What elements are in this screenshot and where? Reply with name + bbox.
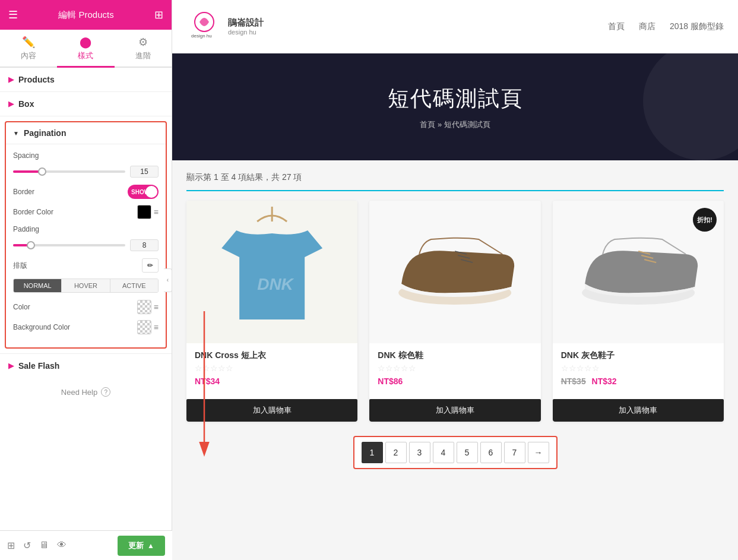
product-original-price-3: NT$35 [561,377,586,386]
product-name-1: DNK Cross 短上衣 [195,350,349,361]
state-hover[interactable]: HOVER [62,279,110,292]
product-card-3: 折扣! DNK 灰色鞋子 ☆☆☆☆☆ NT$35 NT$32 加入購物車 [553,201,724,422]
page-btn-3[interactable]: 3 [409,442,430,463]
sale-flash-arrow-icon: ▶ [8,362,14,370]
product-stars-1: ☆☆☆☆☆ [195,363,349,373]
layout-label: 排版 [13,261,27,271]
product-card-1: DNK DNK Cross 短上衣 ☆☆☆☆☆ NT$34 加入購物車 [186,201,357,422]
need-help-label: Need Help [61,388,97,397]
sale-flash-label: Sale Flash [18,361,59,371]
border-row: Border SHOW [13,185,159,199]
page-btn-1[interactable]: 1 [362,442,383,463]
spacing-value[interactable]: 15 [130,166,159,178]
add-to-cart-2[interactable]: 加入購物車 [369,399,540,422]
state-tabs: NORMAL HOVER ACTIVE [13,279,159,293]
product-info-2: DNK 棕色鞋 ☆☆☆☆☆ NT$86 [369,343,540,399]
border-color-swatch[interactable] [137,205,151,219]
product-price-3: NT$35 NT$32 [561,377,715,386]
tab-bar: ✏️ 內容 ⬤ 樣式 ⚙ 進階 [0,30,172,68]
top-bar: ☰ 編輯 Products ⊞ [0,0,172,30]
help-icon[interactable]: ? [101,387,110,397]
tab-advanced-label: 進階 [135,50,151,61]
border-color-options-icon[interactable]: ≡ [154,207,159,217]
nav-home[interactable]: 首頁 [608,21,625,32]
bg-color-swatches: ≡ [137,320,159,334]
content-icon: ✏️ [22,36,35,49]
nav-shop[interactable]: 商店 [639,21,655,32]
editor-title: 編輯 Products [58,10,113,21]
undo-icon[interactable]: ↺ [23,540,31,551]
border-toggle[interactable]: SHOW [128,185,159,199]
sale-badge-3: 折扣! [693,208,717,232]
spacing-slider[interactable] [13,166,125,178]
tab-style[interactable]: ⬤ 樣式 [57,30,114,68]
layers-icon[interactable]: ⊞ [7,540,15,551]
grid-icon[interactable]: ⊞ [154,8,163,21]
hero-bg-circle [643,53,738,160]
spacing-slider-row: 15 [13,166,159,178]
collapse-handle[interactable]: ‹ [164,268,172,292]
pagination-label: Pagination [24,128,66,138]
border-color-row: Border Color ≡ [13,205,159,219]
site-nav: 首頁 商店 2018 服飾型錄 [608,21,724,32]
product-name-3: DNK 灰色鞋子 [561,350,715,361]
right-panel: design hu 鵑崙設計 design hu 首頁 商店 2018 服飾型錄… [172,0,738,560]
box-section-label: Box [18,99,34,109]
advanced-icon: ⚙ [138,36,148,49]
bg-color-swatch[interactable] [137,320,151,334]
sale-flash-section-header[interactable]: ▶ Sale Flash [0,353,172,378]
device-icon[interactable]: 🖥 [39,540,49,551]
page-btn-2[interactable]: 2 [385,442,407,463]
product-card-2: DNK 棕色鞋 ☆☆☆☆☆ NT$86 加入購物車 [369,201,540,422]
page-btn-4[interactable]: 4 [433,442,454,463]
update-label: 更新 [128,540,144,551]
page-btn-6[interactable]: 6 [480,442,502,463]
tab-content-label: 內容 [21,50,36,61]
eye-icon[interactable]: 👁 [57,540,66,551]
page-btn-5[interactable]: 5 [457,442,478,463]
nav-catalog[interactable]: 2018 服飾型錄 [670,21,724,32]
products-section-header[interactable]: ▶ Products [0,68,172,92]
tab-content[interactable]: ✏️ 內容 [0,30,57,68]
logo-text: 鵑崙設計 design hu [228,17,264,37]
menu-icon[interactable]: ☰ [8,8,18,21]
need-help-area: Need Help ? [0,378,172,406]
box-arrow-icon: ▶ [8,100,14,108]
products-section-label: Products [18,75,55,84]
pagination-arrow-icon: ▼ [13,130,19,137]
page-btn-next[interactable]: → [528,442,549,463]
product-stars-3: ☆☆☆☆☆ [561,363,715,373]
spacing-label: Spacing [13,151,39,160]
update-button[interactable]: 更新 ▲ [118,536,165,556]
color-swatches: ≡ [137,300,159,314]
pagination-body: Spacing 15 Border [6,144,166,347]
panel-content: ▶ Products ▶ Box ▼ Pagination Spacing [0,68,172,560]
color-swatch[interactable] [137,300,151,314]
hero-breadcrumb: 首頁 » 短代碼測試頁 [420,119,490,130]
tab-advanced[interactable]: ⚙ 進階 [115,30,172,68]
border-label: Border [13,188,34,196]
layout-edit-button[interactable]: ✏ [142,258,159,273]
site-logo[interactable]: design hu [186,9,222,45]
product-price-2: NT$86 [378,377,532,386]
padding-row: Padding [13,225,159,233]
padding-slider[interactable] [13,239,125,251]
add-to-cart-3[interactable]: 加入購物車 [553,399,724,422]
product-price-1: NT$34 [195,377,349,386]
pagination-header[interactable]: ▼ Pagination [6,122,166,144]
add-to-cart-1[interactable]: 加入購物車 [186,399,357,422]
pagination-box: 1 2 3 4 5 6 7 → [353,436,558,469]
page-btn-7[interactable]: 7 [504,442,525,463]
color-options-icon[interactable]: ≡ [154,302,159,312]
logo-area: design hu 鵑崙設計 design hu [186,9,264,45]
bg-color-label: Background Color [13,323,70,331]
padding-label: Padding [13,225,39,233]
spacing-slider-with-value: 15 [13,166,159,178]
toggle-knob [145,186,157,198]
box-section-header[interactable]: ▶ Box [0,92,172,116]
bg-color-options-icon[interactable]: ≡ [154,322,159,332]
padding-value[interactable]: 8 [130,239,159,251]
state-active[interactable]: ACTIVE [110,279,158,292]
state-normal[interactable]: NORMAL [14,279,62,292]
product-info-3: DNK 灰色鞋子 ☆☆☆☆☆ NT$35 NT$32 [553,343,724,399]
